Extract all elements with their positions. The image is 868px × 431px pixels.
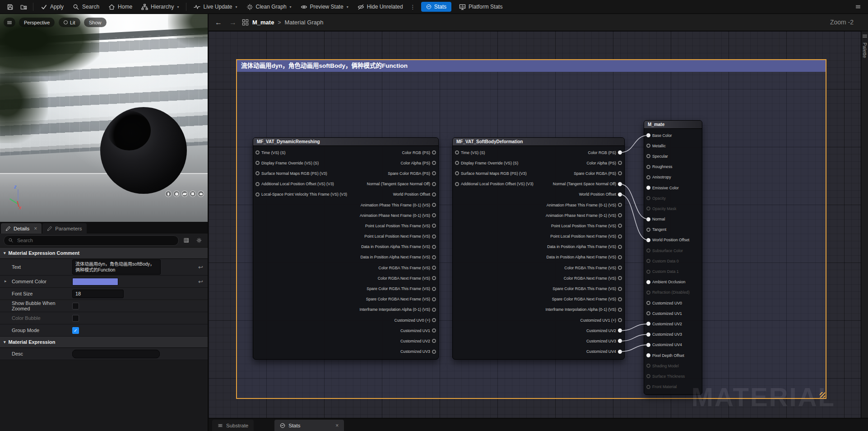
output-pin-icon[interactable] bbox=[618, 328, 622, 333]
output-pin-icon[interactable] bbox=[618, 161, 622, 165]
output-pin-icon[interactable] bbox=[432, 339, 436, 343]
input-pin[interactable]: Display Frame Override (VS) (S) bbox=[455, 161, 518, 165]
output-pin[interactable]: Color Alpha (PS) bbox=[586, 161, 622, 165]
details-settings-button[interactable] bbox=[194, 235, 204, 245]
preview-shape-cylinder-button[interactable] bbox=[165, 191, 172, 197]
material-input-pin[interactable]: Pixel Depth Offset bbox=[646, 353, 684, 358]
desc-input[interactable] bbox=[72, 350, 160, 358]
preview-shape-cube-button[interactable] bbox=[190, 191, 196, 197]
tab-stats[interactable]: Stats × bbox=[274, 420, 344, 431]
material-pin-icon[interactable] bbox=[646, 280, 650, 284]
material-input-pin[interactable]: Customized UV2 bbox=[646, 322, 682, 326]
output-pin[interactable]: Color RGBA Next Frame (VS) bbox=[378, 276, 436, 281]
material-pin-icon[interactable] bbox=[646, 133, 650, 137]
output-pin[interactable]: Color RGBA This Frame (VS) bbox=[564, 266, 622, 270]
output-pin[interactable]: Color RGBA This Frame (VS) bbox=[378, 266, 436, 270]
material-input-pin[interactable]: Metallic bbox=[646, 144, 666, 148]
home-button[interactable]: Home bbox=[104, 2, 136, 12]
material-pin-icon[interactable] bbox=[646, 228, 650, 232]
navigate-back-button[interactable]: ← bbox=[213, 19, 224, 27]
section-material-expression[interactable]: ▾ Material Expression bbox=[0, 337, 208, 348]
toolbar-overflow-button[interactable]: ⋮ bbox=[408, 4, 418, 10]
output-pin-icon[interactable] bbox=[618, 308, 622, 312]
property-matrix-button[interactable] bbox=[181, 235, 191, 245]
output-pin-icon[interactable] bbox=[432, 171, 436, 175]
node-mf-vat-dynamicremeshing[interactable]: MF_VAT_DynamicRemeshing Time (VS) (S)Col… bbox=[253, 137, 439, 360]
input-pin-icon[interactable] bbox=[455, 182, 459, 186]
material-pin-icon[interactable] bbox=[646, 333, 650, 337]
hierarchy-button[interactable]: Hierarchy ▾ bbox=[137, 2, 183, 12]
output-pin[interactable]: Customized UV2 bbox=[400, 339, 436, 343]
viewport-menu-button[interactable] bbox=[4, 18, 15, 27]
output-pin[interactable]: Normal (Tangent Space Normal Off) bbox=[367, 182, 436, 186]
search-input[interactable] bbox=[16, 237, 174, 244]
expander-icon[interactable]: ▸ bbox=[5, 279, 7, 283]
output-pin[interactable]: Customized UV3 bbox=[400, 349, 436, 354]
output-pin-icon[interactable] bbox=[432, 350, 436, 354]
output-pin[interactable]: Animation Phase This Frame (0-1) (VS) bbox=[361, 203, 436, 207]
output-pin[interactable]: Spare Color RGBA This Frame (VS) bbox=[367, 286, 436, 291]
perspective-button[interactable]: Perspective bbox=[19, 18, 55, 27]
material-pin-icon[interactable] bbox=[646, 364, 650, 368]
output-pin[interactable]: World Position Offset bbox=[393, 192, 436, 197]
material-input-pin[interactable]: Emissive Color bbox=[646, 186, 679, 190]
output-pin-icon[interactable] bbox=[432, 245, 436, 249]
input-pin-icon[interactable] bbox=[255, 182, 260, 186]
reset-to-default-icon[interactable]: ↩ bbox=[198, 278, 203, 285]
lit-mode-button[interactable]: Lit bbox=[59, 18, 80, 27]
output-pin-icon[interactable] bbox=[432, 182, 436, 186]
tab-details[interactable]: Details × bbox=[1, 223, 42, 234]
material-pin-icon[interactable] bbox=[646, 248, 650, 253]
platform-stats-button[interactable]: Platform Stats bbox=[455, 2, 506, 12]
preview-state-button[interactable]: Preview State ▾ bbox=[297, 2, 353, 12]
material-input-pin[interactable]: Base Color bbox=[646, 133, 672, 138]
output-pin[interactable]: Animation Phase Next Frame (0-1) (VS) bbox=[546, 213, 622, 218]
material-pin-icon[interactable] bbox=[646, 311, 650, 315]
window-menu-button[interactable] bbox=[852, 1, 864, 12]
output-pin[interactable]: Spare Color RGBA Next Frame (VS) bbox=[366, 297, 436, 301]
material-pin-icon[interactable] bbox=[646, 206, 650, 211]
output-pin[interactable]: Spare Color RGBA This Frame (VS) bbox=[552, 286, 622, 291]
input-pin-icon[interactable] bbox=[255, 161, 260, 165]
material-pin-icon[interactable] bbox=[646, 186, 650, 190]
material-pin-icon[interactable] bbox=[646, 238, 650, 242]
material-pin-icon[interactable] bbox=[646, 290, 650, 295]
output-pin-icon[interactable] bbox=[432, 161, 436, 165]
output-pin-icon[interactable] bbox=[618, 255, 622, 259]
show-flags-button[interactable]: Show bbox=[84, 18, 107, 27]
browse-to-asset-button[interactable] bbox=[17, 1, 30, 12]
show-bubble-checkbox[interactable] bbox=[72, 303, 79, 309]
output-pin-icon[interactable] bbox=[432, 213, 436, 217]
material-pin-icon[interactable] bbox=[646, 259, 650, 263]
output-pin[interactable]: Animation Phase This Frame (0-1) (VS) bbox=[547, 203, 622, 207]
material-input-pin[interactable]: Customized UV1 bbox=[646, 311, 682, 316]
output-pin[interactable]: Point Local Position This Frame (VS) bbox=[551, 224, 622, 228]
output-pin[interactable]: Data in Position Alpha This Frame (VS) bbox=[361, 244, 436, 249]
input-pin-icon[interactable] bbox=[255, 192, 260, 197]
output-pin-icon[interactable] bbox=[618, 318, 622, 322]
output-pin-icon[interactable] bbox=[432, 150, 436, 155]
material-pin-icon[interactable] bbox=[646, 217, 650, 221]
output-pin-icon[interactable] bbox=[432, 224, 436, 228]
input-pin-icon[interactable] bbox=[455, 150, 459, 155]
input-pin[interactable]: Time (VS) (S) bbox=[255, 150, 285, 155]
search-box[interactable] bbox=[4, 235, 179, 246]
output-pin-icon[interactable] bbox=[618, 276, 622, 280]
material-pin-icon[interactable] bbox=[646, 165, 650, 169]
material-pin-icon[interactable] bbox=[646, 343, 650, 347]
node-title[interactable]: M_mate bbox=[644, 121, 702, 129]
input-pin[interactable]: Additional Local Position Offset (VS) (V… bbox=[455, 182, 534, 186]
input-pin-icon[interactable] bbox=[455, 161, 459, 165]
comment-title[interactable]: 流体动画用dyn，角色动画用softBody，俩种模式的Function bbox=[237, 60, 826, 72]
breadcrumb-page[interactable]: Material Graph bbox=[284, 19, 323, 26]
input-pin[interactable]: Surface Normal Maps RGB (PS) (V3) bbox=[255, 171, 327, 176]
output-pin-icon[interactable] bbox=[432, 234, 436, 239]
output-pin-icon[interactable] bbox=[432, 318, 436, 322]
output-pin[interactable]: Customized UV2 bbox=[586, 328, 622, 333]
material-pin-icon[interactable] bbox=[646, 322, 650, 326]
apply-button[interactable]: Apply bbox=[37, 2, 68, 12]
node-title[interactable]: MF_VAT_DynamicRemeshing bbox=[253, 138, 438, 146]
tab-parameters[interactable]: Parameters bbox=[42, 223, 86, 234]
output-pin-icon[interactable] bbox=[618, 182, 622, 186]
output-pin-icon[interactable] bbox=[432, 276, 436, 280]
